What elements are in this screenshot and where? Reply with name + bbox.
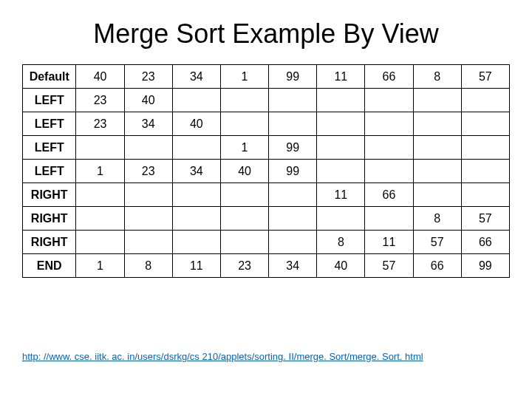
table-row: RIGHT8115766 xyxy=(23,231,510,254)
cell: 1 xyxy=(76,254,124,278)
cell: 23 xyxy=(76,89,124,112)
cell: 40 xyxy=(124,89,172,112)
cell xyxy=(317,136,365,160)
cell: 11 xyxy=(317,183,365,207)
cell: 57 xyxy=(461,207,509,231)
cell: 34 xyxy=(172,65,220,89)
cell: 11 xyxy=(172,254,220,278)
cell xyxy=(269,183,317,207)
row-label: RIGHT xyxy=(23,183,76,207)
cell: 57 xyxy=(413,231,461,254)
cell xyxy=(124,231,172,254)
cell: 40 xyxy=(172,112,220,136)
cell xyxy=(76,136,124,160)
cell: 99 xyxy=(269,65,317,89)
cell: 1 xyxy=(76,160,124,183)
merge-sort-table: Default4023341991166857LEFT2340LEFT23344… xyxy=(22,64,510,278)
cell xyxy=(220,183,268,207)
table-row: LEFT123344099 xyxy=(23,160,510,183)
cell xyxy=(76,231,124,254)
cell xyxy=(124,207,172,231)
cell: 99 xyxy=(269,136,317,160)
table-row: RIGHT1166 xyxy=(23,183,510,207)
cell xyxy=(365,136,413,160)
cell: 57 xyxy=(365,254,413,278)
cell: 99 xyxy=(461,254,509,278)
cell: 99 xyxy=(269,160,317,183)
cell xyxy=(413,160,461,183)
cell xyxy=(172,207,220,231)
cell: 1 xyxy=(220,136,268,160)
cell xyxy=(413,183,461,207)
cell: 40 xyxy=(317,254,365,278)
cell: 8 xyxy=(413,65,461,89)
cell: 8 xyxy=(413,207,461,231)
cell xyxy=(413,89,461,112)
cell: 23 xyxy=(124,65,172,89)
table-row: Default4023341991166857 xyxy=(23,65,510,89)
cell: 34 xyxy=(124,112,172,136)
cell: 1 xyxy=(220,65,268,89)
cell xyxy=(269,207,317,231)
row-label: LEFT xyxy=(23,160,76,183)
cell xyxy=(365,112,413,136)
slide: Merge Sort Example By View Default402334… xyxy=(0,0,532,399)
cell: 66 xyxy=(365,65,413,89)
cell: 40 xyxy=(220,160,268,183)
cell: 66 xyxy=(413,254,461,278)
cell xyxy=(317,160,365,183)
cell xyxy=(172,183,220,207)
row-label: RIGHT xyxy=(23,207,76,231)
cell: 66 xyxy=(461,231,509,254)
cell xyxy=(365,207,413,231)
cell: 23 xyxy=(76,112,124,136)
source-link[interactable]: http: //www. cse. iitk. ac. in/users/dsr… xyxy=(22,351,423,362)
cell xyxy=(269,112,317,136)
cell xyxy=(269,231,317,254)
table-row: LEFT199 xyxy=(23,136,510,160)
page-title: Merge Sort Example By View xyxy=(22,18,510,50)
row-label: LEFT xyxy=(23,89,76,112)
cell: 66 xyxy=(365,183,413,207)
cell xyxy=(461,160,509,183)
cell xyxy=(365,160,413,183)
cell xyxy=(413,112,461,136)
cell xyxy=(461,136,509,160)
cell xyxy=(269,89,317,112)
table-row: LEFT2340 xyxy=(23,89,510,112)
table-row: LEFT233440 xyxy=(23,112,510,136)
cell: 23 xyxy=(220,254,268,278)
cell xyxy=(124,183,172,207)
cell: 11 xyxy=(365,231,413,254)
cell xyxy=(172,231,220,254)
cell xyxy=(461,183,509,207)
cell xyxy=(220,207,268,231)
cell xyxy=(317,207,365,231)
row-label: RIGHT xyxy=(23,231,76,254)
cell: 8 xyxy=(317,231,365,254)
table-row: END1811233440576699 xyxy=(23,254,510,278)
cell xyxy=(76,207,124,231)
row-label: Default xyxy=(23,65,76,89)
cell xyxy=(317,89,365,112)
row-label: LEFT xyxy=(23,112,76,136)
cell xyxy=(172,89,220,112)
cell xyxy=(365,89,413,112)
cell: 57 xyxy=(461,65,509,89)
cell xyxy=(317,112,365,136)
cell: 23 xyxy=(124,160,172,183)
table-body: Default4023341991166857LEFT2340LEFT23344… xyxy=(23,65,510,278)
cell xyxy=(220,231,268,254)
cell xyxy=(220,89,268,112)
cell: 34 xyxy=(269,254,317,278)
table-row: RIGHT857 xyxy=(23,207,510,231)
row-label: END xyxy=(23,254,76,278)
cell: 11 xyxy=(317,65,365,89)
cell: 34 xyxy=(172,160,220,183)
cell xyxy=(461,112,509,136)
cell xyxy=(220,112,268,136)
cell xyxy=(461,89,509,112)
cell xyxy=(413,136,461,160)
row-label: LEFT xyxy=(23,136,76,160)
cell xyxy=(172,136,220,160)
